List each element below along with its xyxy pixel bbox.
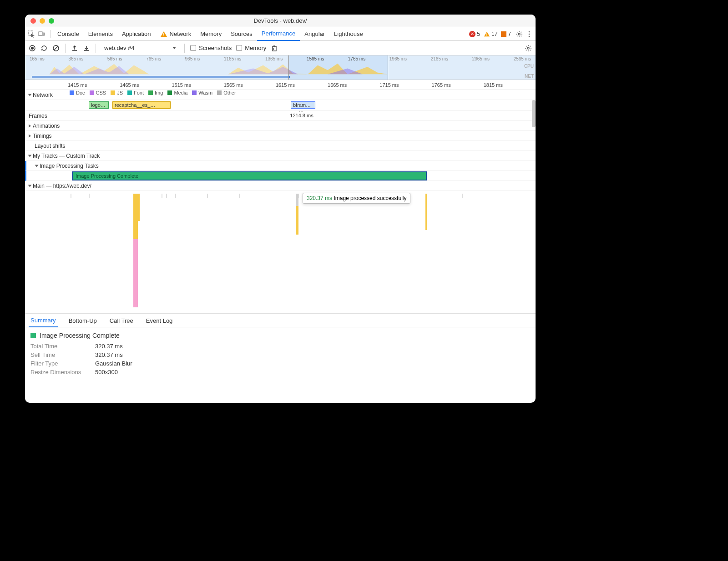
overview-mask-left (25, 55, 289, 80)
net-item-recaptcha[interactable]: recaptcha__es_… (112, 101, 171, 109)
image-event-row: Image Processing Complete (25, 171, 536, 181)
main-flame-chart[interactable]: 320.37 ms Image processed successfully (25, 191, 536, 314)
devtools-window: DevTools - web.dev/ Console Elements App… (25, 15, 536, 403)
tab-memory[interactable]: Memory (196, 27, 226, 41)
record-button[interactable] (29, 45, 36, 52)
screenshots-checkbox[interactable]: Screenshots (190, 45, 232, 51)
flame-stack[interactable] (138, 194, 140, 221)
svg-point-9 (529, 33, 530, 35)
zoom-window-button[interactable] (49, 18, 54, 24)
tab-performance[interactable]: Performance (257, 27, 300, 41)
memory-checkbox[interactable]: Memory (236, 45, 266, 51)
upload-button[interactable] (71, 45, 78, 52)
warning-icon (160, 30, 167, 38)
garbage-collect-button[interactable] (271, 45, 278, 52)
svg-rect-1 (38, 32, 43, 35)
tab-lighthouse[interactable]: Lighthouse (329, 27, 368, 41)
network-legend: Doc CSS JS Font Img Media Wasm Other (68, 90, 536, 95)
svg-rect-3 (163, 33, 164, 35)
panel-settings-icon[interactable] (525, 45, 532, 52)
svg-point-18 (527, 47, 529, 49)
disclosure-icon (29, 134, 31, 138)
svg-point-12 (31, 47, 34, 50)
titlebar: DevTools - web.dev/ (25, 15, 536, 27)
image-tasks-track[interactable]: Image Processing Tasks (25, 161, 536, 171)
summary-panel: Image Processing Complete Total Time320.… (25, 327, 536, 403)
animations-track[interactable]: Animations (25, 121, 536, 131)
svg-rect-4 (163, 35, 164, 36)
issues-badge[interactable]: 7 (501, 31, 511, 37)
overview-mask-right (388, 55, 536, 80)
main-track-header[interactable]: Main — https://web.dev/ (25, 181, 536, 191)
net-item-bframe[interactable]: bfram… (291, 101, 315, 109)
close-window-button[interactable] (30, 18, 36, 24)
svg-line-14 (54, 46, 58, 50)
performance-toolbar: web.dev #4 Screenshots Memory (25, 41, 536, 55)
timeline-overview[interactable]: 165 ms365 ms565 ms765 ms965 ms1165 ms136… (25, 55, 536, 80)
disclosure-icon (29, 124, 31, 128)
details-tabs: Summary Bottom-Up Call Tree Event Log (25, 314, 536, 327)
layout-shifts-track[interactable]: Layout shifts (25, 141, 536, 151)
tab-sources[interactable]: Sources (226, 27, 257, 41)
flame-stack[interactable] (133, 194, 138, 307)
flame-stack[interactable] (296, 194, 298, 235)
minimize-window-button[interactable] (40, 18, 45, 24)
frames-track-header[interactable]: Frames ⋯ 1214.8 ms (25, 111, 536, 121)
errors-badge[interactable]: ✕5 (469, 31, 480, 37)
disclosure-icon (28, 94, 32, 96)
chevron-down-icon (172, 47, 176, 49)
svg-rect-6 (486, 35, 487, 35)
self-time-value: 320.37 ms (95, 351, 123, 358)
tab-event-log[interactable]: Event Log (144, 314, 175, 327)
tab-application[interactable]: Application (117, 27, 156, 41)
summary-title: Image Processing Complete (40, 332, 120, 339)
event-color-swatch (30, 333, 36, 338)
flame-stack[interactable] (425, 194, 427, 230)
timeline-ruler[interactable]: 1415 ms 1465 ms 1515 ms 1565 ms 1615 ms … (25, 80, 536, 90)
scrollbar-thumb[interactable] (532, 100, 536, 127)
svg-point-7 (518, 33, 520, 35)
tab-elements[interactable]: Elements (84, 27, 117, 41)
warnings-badge[interactable]: 17 (484, 31, 497, 37)
frame-duration: 1214.8 ms (290, 113, 313, 118)
svg-point-10 (529, 35, 530, 37)
resize-value: 500x300 (95, 369, 118, 376)
svg-rect-15 (273, 47, 276, 51)
disclosure-icon (28, 185, 32, 187)
tab-summary[interactable]: Summary (29, 314, 58, 327)
image-processing-complete-event[interactable]: Image Processing Complete (72, 171, 427, 180)
window-title: DevTools - web.dev/ (25, 17, 536, 24)
net-item-logo[interactable]: logo… (89, 101, 109, 109)
svg-rect-2 (43, 33, 45, 35)
panel-tabs: Console Elements Application Network Mem… (25, 27, 536, 41)
status-badges: ✕5 17 7 (469, 31, 513, 37)
inspect-icon[interactable] (28, 30, 35, 38)
reload-button[interactable] (40, 45, 48, 52)
traffic-lights (30, 18, 54, 24)
network-track-header[interactable]: Network Doc CSS JS Font Img Media Wasm O… (25, 90, 536, 100)
settings-icon[interactable] (516, 30, 523, 38)
disclosure-icon (35, 165, 39, 167)
tab-call-tree[interactable]: Call Tree (108, 314, 135, 327)
recording-select[interactable]: web.dev #4 (101, 44, 179, 52)
disclosure-icon (28, 155, 32, 157)
more-icon[interactable] (526, 30, 533, 38)
clear-button[interactable] (52, 45, 60, 52)
device-toolbar-icon[interactable] (38, 30, 45, 38)
my-tracks-header[interactable]: My Tracks — Custom Track (25, 151, 536, 161)
svg-point-8 (529, 31, 530, 32)
timings-track[interactable]: Timings (25, 131, 536, 141)
svg-rect-5 (486, 33, 487, 35)
download-button[interactable] (83, 45, 90, 52)
network-items-row: logo… recaptcha__es_… bfram… (25, 100, 536, 111)
filter-type-value: Gaussian Blur (95, 360, 132, 367)
tab-console[interactable]: Console (53, 27, 84, 41)
tab-angular[interactable]: Angular (300, 27, 329, 41)
tab-bottom-up[interactable]: Bottom-Up (67, 314, 99, 327)
total-time-value: 320.37 ms (95, 343, 123, 350)
event-tooltip: 320.37 ms Image processed successfully (303, 193, 410, 204)
tab-network[interactable]: Network (156, 27, 196, 41)
